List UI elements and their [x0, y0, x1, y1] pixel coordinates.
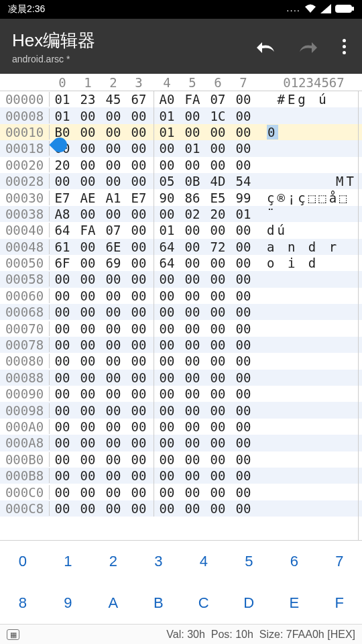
byte[interactable]: 00 — [180, 501, 205, 516]
byte[interactable]: 00 — [126, 370, 152, 385]
key-1[interactable]: 1 — [46, 541, 91, 582]
keyboard-toggle-button[interactable]: ▦ — [7, 629, 19, 640]
key-0[interactable]: 0 — [0, 541, 46, 582]
byte[interactable]: 6E — [101, 239, 126, 254]
hex-row[interactable]: 000680000000000000000 — [0, 304, 362, 320]
byte[interactable]: 00 — [180, 109, 205, 123]
byte[interactable]: 00 — [126, 501, 152, 516]
byte[interactable]: 00 — [101, 370, 126, 385]
key-A[interactable]: A — [90, 582, 136, 624]
byte[interactable]: 00 — [126, 321, 152, 336]
byte[interactable]: A1 — [101, 191, 126, 205]
byte[interactable]: 00 — [205, 305, 231, 319]
byte[interactable]: 00 — [154, 386, 180, 401]
byte[interactable]: 00 — [126, 386, 152, 401]
byte[interactable]: 00 — [50, 337, 75, 352]
hex-row[interactable]: 000C80000000000000000 — [0, 500, 362, 517]
byte[interactable]: 00 — [50, 288, 75, 303]
byte[interactable]: 00 — [50, 272, 75, 286]
byte[interactable]: 00 — [205, 386, 231, 401]
byte[interactable]: 72 — [205, 239, 231, 254]
byte[interactable]: 00 — [50, 435, 75, 450]
byte[interactable]: 00 — [126, 435, 152, 450]
byte[interactable]: 00 — [75, 452, 101, 467]
byte[interactable]: 00 — [154, 305, 180, 319]
byte[interactable]: 00 — [50, 174, 75, 189]
byte[interactable]: 00 — [231, 109, 256, 123]
hex-row[interactable]: 000B00000000000000000 — [0, 451, 362, 468]
byte[interactable]: 00 — [231, 92, 256, 107]
byte[interactable]: A8 — [50, 207, 75, 221]
byte[interactable]: E5 — [205, 191, 231, 205]
hex-row[interactable]: 000600000000000000000 — [0, 288, 362, 304]
byte[interactable]: 4D — [205, 174, 231, 189]
byte[interactable]: 00 — [101, 337, 126, 352]
byte[interactable]: 64 — [154, 239, 180, 254]
hex-row[interactable]: 0004064FA070001000000dú — [0, 222, 362, 238]
hex-row[interactable]: 000A80000000000000000 — [0, 435, 362, 451]
byte[interactable]: 00 — [50, 403, 75, 418]
key-2[interactable]: 2 — [90, 541, 136, 582]
byte[interactable]: 00 — [180, 158, 205, 172]
byte[interactable]: 00 — [126, 141, 152, 156]
hex-row[interactable]: 000780000000000000000 — [0, 337, 362, 353]
byte[interactable]: 00 — [154, 452, 180, 467]
byte[interactable]: 00 — [75, 109, 101, 123]
byte[interactable]: 00 — [101, 485, 126, 500]
byte[interactable]: 00 — [180, 125, 205, 140]
byte[interactable]: 00 — [50, 452, 75, 467]
byte[interactable]: 00 — [231, 125, 256, 140]
byte[interactable]: 00 — [231, 305, 256, 319]
byte[interactable]: 00 — [75, 141, 101, 156]
byte[interactable]: 00 — [75, 468, 101, 483]
hex-row[interactable]: 000C00000000000000000 — [0, 484, 362, 500]
byte[interactable]: 05 — [154, 174, 180, 189]
byte[interactable]: 00 — [75, 174, 101, 189]
key-7[interactable]: 7 — [317, 541, 363, 582]
byte[interactable]: 01 — [154, 223, 180, 237]
byte[interactable]: 00 — [231, 321, 256, 336]
byte[interactable]: 07 — [205, 92, 231, 107]
byte[interactable]: 01 — [180, 141, 205, 156]
hex-row[interactable]: 000980000000000000000 — [0, 402, 362, 418]
byte[interactable]: 00 — [154, 501, 180, 516]
byte[interactable]: 00 — [205, 256, 231, 270]
byte[interactable]: 02 — [180, 207, 205, 221]
byte[interactable]: 00 — [154, 141, 180, 156]
hex-row[interactable]: 00010B0000000010000000 — [0, 124, 362, 140]
byte[interactable]: 00 — [75, 386, 101, 401]
byte[interactable]: 90 — [154, 191, 180, 205]
byte[interactable]: 00 — [154, 321, 180, 336]
byte[interactable]: 00 — [154, 337, 180, 352]
byte[interactable]: 00 — [154, 158, 180, 172]
ascii[interactable]: MT — [265, 174, 362, 189]
hex-row[interactable]: 0004861006E0064007200a n d r — [0, 239, 362, 255]
byte[interactable]: 00 — [231, 419, 256, 434]
overflow-menu-button[interactable] — [340, 36, 349, 57]
byte[interactable]: 00 — [101, 321, 126, 336]
byte[interactable]: 00 — [75, 370, 101, 385]
byte[interactable]: 67 — [126, 92, 152, 107]
byte[interactable]: 00 — [101, 501, 126, 516]
byte[interactable]: 00 — [231, 370, 256, 385]
key-8[interactable]: 8 — [0, 582, 46, 624]
byte[interactable]: 00 — [50, 354, 75, 368]
byte[interactable]: 00 — [231, 337, 256, 352]
byte[interactable]: 00 — [75, 256, 101, 270]
byte[interactable]: 00 — [205, 125, 231, 140]
byte[interactable]: 00 — [154, 435, 180, 450]
key-6[interactable]: 6 — [272, 541, 317, 582]
hex-row[interactable]: 0000001234567A0FA0700 #Eg ú — [0, 91, 362, 107]
byte[interactable]: 00 — [101, 419, 126, 434]
byte[interactable]: 00 — [101, 288, 126, 303]
hex-row[interactable]: 000900000000000000000 — [0, 386, 362, 402]
byte[interactable]: E7 — [50, 191, 75, 205]
byte[interactable]: 00 — [75, 207, 101, 221]
byte[interactable]: 00 — [231, 386, 256, 401]
byte[interactable]: 00 — [154, 272, 180, 286]
byte[interactable]: 00 — [126, 272, 152, 286]
byte[interactable]: 00 — [50, 321, 75, 336]
byte[interactable]: 00 — [101, 435, 126, 450]
byte[interactable]: 00 — [205, 468, 231, 483]
key-F[interactable]: F — [317, 582, 363, 624]
